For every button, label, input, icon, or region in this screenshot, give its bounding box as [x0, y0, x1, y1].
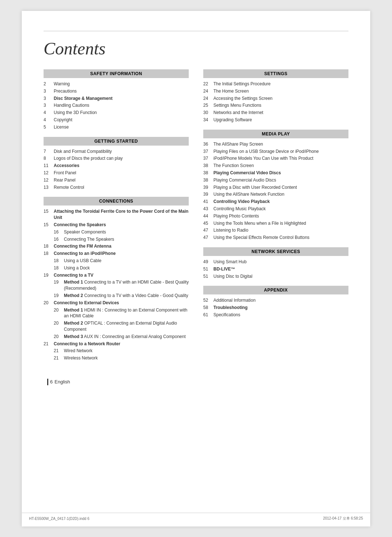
toc-number: 8	[44, 155, 54, 162]
toc-item: 20Method 2 OPTICAL : Connecting an Exter…	[54, 320, 189, 333]
toc-text: Using Smart Hub	[213, 259, 348, 265]
toc-text: Listening to Radio	[213, 227, 348, 233]
toc-text: BD-LIVE™	[213, 266, 348, 272]
toc-item: 13Remote Control	[44, 184, 189, 191]
toc-text: Warning	[54, 81, 189, 87]
toc-item: 16Speaker Components	[54, 229, 189, 235]
toc-number: 4	[44, 110, 54, 116]
toc-number: 34	[203, 117, 213, 123]
footer-right: 2012-04-17 오후 6:58:25	[323, 516, 363, 521]
toc-number: 39	[203, 184, 213, 191]
toc-text: Wired Network	[64, 348, 189, 354]
toc-number: 5	[44, 124, 54, 130]
section-header-getting_started: GETTING STARTED	[44, 137, 189, 146]
toc-text: Using the Special Effects Remote Control…	[213, 235, 348, 241]
toc-number: 49	[203, 259, 213, 265]
toc-text: Front Panel	[54, 170, 189, 176]
toc-number: 39	[203, 191, 213, 198]
toc-text: Rear Panel	[54, 177, 189, 183]
toc-number: 30	[203, 110, 213, 116]
section-connections: CONNECTIONS15Attaching the Toroidal Ferr…	[44, 197, 189, 361]
footer-left: HT-E5500W_ZA_0417-1(D2D).indd 6	[29, 517, 89, 521]
toc-number: 16	[54, 229, 64, 235]
toc-item: 3Precautions	[44, 88, 189, 94]
toc-item: 37iPod/iPhone Models You Can Use with Th…	[203, 155, 348, 162]
toc-number: 47	[203, 235, 213, 241]
toc-text: The Initial Settings Procedure	[213, 81, 348, 87]
toc-number: 47	[203, 227, 213, 233]
toc-text: Method 3 AUX IN : Connecting an External…	[64, 334, 189, 340]
toc-text: Handling Cautions	[54, 102, 189, 109]
toc-text: Playing Photo Contents	[213, 213, 348, 219]
toc-number: 21	[44, 341, 54, 347]
toc-text: Method 1 Connecting to a TV with an HDMI…	[64, 279, 189, 292]
toc-item: 44Playing Photo Contents	[203, 213, 348, 219]
toc-text: Connecting The Speakers	[64, 236, 189, 243]
toc-number: 61	[203, 312, 213, 318]
toc-number: 51	[203, 273, 213, 280]
toc-number: 19	[54, 279, 64, 285]
section-network_services: NETWORK SERVICES49Using Smart Hub51BD-LI…	[203, 247, 348, 279]
toc-number: 22	[203, 81, 213, 87]
toc-item: 43Controlling Music Playback	[203, 206, 348, 212]
toc-text: Using Disc to Digital	[213, 273, 348, 280]
toc-number: 18	[54, 258, 64, 264]
toc-number: 18	[44, 243, 54, 249]
section-getting_started: GETTING STARTED7Disk and Format Compatib…	[44, 137, 189, 191]
toc-item: 7Disk and Format Compatibility	[44, 149, 189, 155]
toc-item: 30Networks and the Internet	[203, 110, 348, 116]
toc-item: 37Playing Files on a USB Storage Device …	[203, 149, 348, 155]
toc-text: Using the Tools Menu when a File is High…	[213, 220, 348, 227]
toc-item: 2Warning	[44, 81, 189, 87]
toc-item: 34Upgrading Software	[203, 117, 348, 123]
toc-number: 3	[44, 102, 54, 109]
toc-text: Playing a Disc with User Recorded Conten…	[213, 184, 348, 191]
toc-text: Accessing the Settings Screen	[213, 95, 348, 102]
toc-text: The Function Screen	[213, 163, 348, 169]
toc-number: 19	[44, 272, 54, 278]
toc-text: The Home Screen	[213, 88, 348, 94]
toc-item: 20Method 1 HDMI IN : Connecting to an Ex…	[54, 307, 189, 320]
section-header-connections: CONNECTIONS	[44, 197, 189, 206]
toc-number: 38	[203, 163, 213, 169]
section-header-settings: SETTINGS	[203, 69, 348, 78]
toc-number: 7	[44, 149, 54, 155]
toc-text: Connecting to an iPod/iPhone	[54, 251, 189, 257]
toc-item: 58Troubleshooting	[203, 305, 348, 311]
toc-number: 20	[54, 334, 64, 340]
toc-number: 18	[54, 265, 64, 271]
toc-text: Wireless Network	[64, 355, 189, 361]
toc-text: Upgrading Software	[213, 117, 348, 123]
toc-text: Precautions	[54, 88, 189, 94]
toc-item: 20Connecting to External Devices	[44, 300, 189, 306]
toc-item: 18Connecting the FM Antenna	[44, 243, 189, 249]
toc-number: 20	[54, 307, 64, 313]
toc-item: 38Playing Commercial Audio Discs	[203, 177, 348, 183]
toc-text: Controlling Music Playback	[213, 206, 348, 212]
toc-item: 5License	[44, 124, 189, 130]
toc-text: iPod/iPhone Models You Can Use with This…	[213, 155, 348, 162]
footer: HT-E5500W_ZA_0417-1(D2D).indd 6 2012-04-…	[22, 513, 370, 521]
toc-number: 3	[44, 88, 54, 94]
toc-item: 39Using the AllShare Network Function	[203, 191, 348, 198]
toc-item: 41Controlling Video Playback	[203, 199, 348, 205]
toc-number: 13	[44, 184, 54, 191]
page-lang: English	[54, 379, 70, 385]
toc-number: 11	[44, 163, 54, 169]
toc-text: Using the 3D Function	[54, 110, 189, 116]
toc-item: 4Using the 3D Function	[44, 110, 189, 116]
toc-number: 2	[44, 81, 54, 87]
toc-item: 51BD-LIVE™	[203, 266, 348, 272]
toc-text: Connecting the FM Antenna	[54, 243, 189, 249]
toc-text: Copyright	[54, 117, 189, 123]
toc-text: Controlling Video Playback	[213, 199, 348, 205]
toc-number: 12	[44, 170, 54, 176]
toc-item: 18Using a USB Cable	[54, 258, 189, 264]
toc-number: 38	[203, 177, 213, 183]
toc-number: 37	[203, 149, 213, 155]
toc-number: 16	[54, 236, 64, 243]
toc-number: 15	[44, 222, 54, 228]
toc-number: 21	[54, 355, 64, 361]
toc-text: Connecting the Speakers	[54, 222, 189, 228]
toc-text: Speaker Components	[64, 229, 189, 235]
